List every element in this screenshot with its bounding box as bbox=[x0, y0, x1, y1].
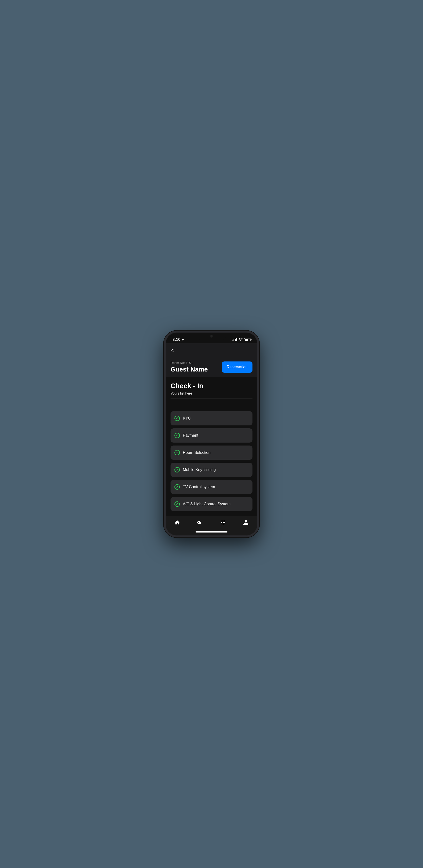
nav-sliders[interactable] bbox=[215, 519, 231, 528]
checkin-subtitle: Yours list here bbox=[171, 391, 252, 395]
check-icon-5 bbox=[174, 501, 180, 507]
home-icon bbox=[174, 520, 180, 527]
battery-icon bbox=[244, 338, 251, 341]
checklist-label-4: TV Control system bbox=[183, 485, 215, 489]
check-icon-1 bbox=[174, 433, 180, 438]
time-display: 8:10 bbox=[172, 337, 180, 342]
wifi-icon bbox=[239, 338, 243, 342]
checklist-label-2: Room Selection bbox=[183, 451, 210, 455]
camera bbox=[210, 335, 213, 338]
status-time: 8:10 ➤ bbox=[172, 337, 184, 342]
screen: 8:10 ➤ < bbox=[166, 333, 257, 535]
checklist-label-0: KYC bbox=[183, 416, 191, 421]
key-icon bbox=[197, 520, 203, 527]
nav-profile[interactable] bbox=[238, 519, 254, 528]
sliders-icon bbox=[220, 520, 226, 527]
reservation-button[interactable]: Reservation bbox=[222, 362, 252, 373]
checklist-item-3[interactable]: Mobile Key Issuing bbox=[171, 463, 252, 477]
bottom-indicator bbox=[166, 529, 257, 535]
checkin-section: Check - In Yours list here bbox=[166, 377, 257, 404]
bottom-nav bbox=[166, 516, 257, 529]
guest-name: Guest Name bbox=[171, 366, 222, 373]
guest-info: Room No: 1001 Guest Name Reservation bbox=[171, 361, 252, 373]
person-icon bbox=[243, 520, 249, 527]
checklist-label-3: Mobile Key Issuing bbox=[183, 468, 216, 472]
guest-details: Room No: 1001 Guest Name bbox=[171, 361, 222, 373]
checklist-label-1: Payment bbox=[183, 433, 198, 438]
status-icons bbox=[232, 338, 251, 342]
check-icon-2 bbox=[174, 450, 180, 455]
notch bbox=[197, 333, 226, 340]
checklist-label-5: A/C & Light Control System bbox=[183, 502, 231, 506]
check-icon-4 bbox=[174, 484, 180, 490]
home-indicator bbox=[196, 531, 227, 532]
header-area: < Room No: 1001 Guest Name Reservation bbox=[166, 343, 257, 377]
signal-icon bbox=[232, 338, 237, 341]
checklist-item-1[interactable]: Payment bbox=[171, 428, 252, 442]
checklist: KYC Payment Room Selection Mobile Key Is… bbox=[166, 404, 257, 516]
navigation-icon: ➤ bbox=[181, 338, 184, 341]
section-divider bbox=[171, 398, 252, 399]
nav-home[interactable] bbox=[169, 519, 185, 528]
checklist-item-5[interactable]: A/C & Light Control System bbox=[171, 497, 252, 511]
checklist-item-2[interactable]: Room Selection bbox=[171, 445, 252, 460]
check-icon-3 bbox=[174, 467, 180, 472]
checklist-item-4[interactable]: TV Control system bbox=[171, 480, 252, 494]
back-button[interactable]: < bbox=[171, 347, 174, 353]
checklist-item-0[interactable]: KYC bbox=[171, 411, 252, 426]
main-content: < Room No: 1001 Guest Name Reservation C… bbox=[166, 343, 257, 516]
phone-frame: 8:10 ➤ < bbox=[164, 331, 259, 537]
room-number: Room No: 1001 bbox=[171, 361, 222, 365]
nav-key[interactable] bbox=[192, 519, 208, 528]
check-icon-0 bbox=[174, 415, 180, 421]
checkin-title: Check - In bbox=[171, 382, 252, 390]
